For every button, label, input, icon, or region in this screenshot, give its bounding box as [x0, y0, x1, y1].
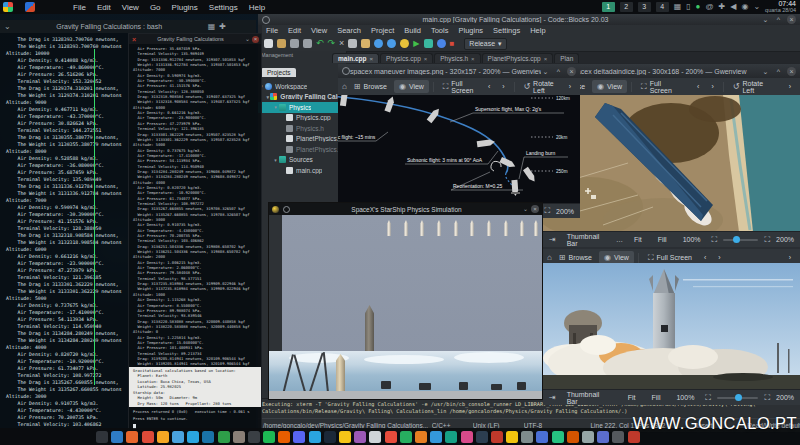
sidebar-toggle-icon[interactable]: ⇥ [549, 393, 556, 402]
maximize-icon[interactable]: ^ [554, 67, 563, 76]
dock-icon[interactable] [339, 431, 351, 443]
messaging-icon[interactable]: @ [705, 2, 713, 12]
menu-item[interactable]: Help [530, 26, 545, 35]
dock-icon[interactable] [309, 431, 321, 443]
view-button[interactable]: ◉View [592, 80, 627, 93]
menu-item[interactable]: Search [337, 26, 361, 35]
maximize-icon[interactable]: ^ [774, 15, 783, 24]
zoom-out-icon[interactable]: ⛶ [712, 235, 718, 245]
stop-icon[interactable]: ■ [450, 39, 455, 48]
next-button[interactable]: › [497, 81, 509, 92]
dock-icon[interactable] [354, 431, 366, 443]
tab-planetphysics-h[interactable]: Plan [554, 53, 579, 63]
build-run-icon[interactable] [424, 39, 433, 48]
gwenview-deitada-window[interactable]: spacex deitadaindice.jpg - 300x168 - 200… [543, 64, 800, 247]
tab-close-icon[interactable]: × [544, 56, 548, 62]
close-icon[interactable]: × [787, 15, 796, 24]
thumbnail-bar-button[interactable]: Thumbnail Bar [562, 389, 617, 407]
previous-button[interactable]: ‹ [692, 81, 704, 92]
zoom-in-icon[interactable]: ⛶ [544, 206, 550, 216]
cut-icon[interactable]: × [339, 39, 344, 48]
terminal-menu-icon[interactable]: ⌄ [4, 22, 11, 32]
dock-icon[interactable] [597, 431, 609, 443]
tab-physics-cpp[interactable]: Physics.cpp× [380, 53, 433, 63]
dock-icon[interactable] [172, 431, 184, 443]
dock-icon[interactable] [202, 431, 214, 443]
tab-projects[interactable]: Projects [261, 68, 296, 77]
menu-item[interactable]: Edit [97, 3, 111, 12]
tree-folder-sources[interactable]: ▾Sources [258, 155, 346, 166]
tab-close-icon[interactable]: × [424, 56, 428, 62]
dock-icon[interactable] [157, 431, 169, 443]
tab-close-icon[interactable]: × [471, 56, 475, 62]
clock[interactable]: 07:44 quarta 28/04 [765, 0, 796, 13]
tree-project[interactable]: ▾Gravity Falling Calculations [258, 92, 346, 103]
tab-close-icon[interactable]: × [370, 56, 374, 62]
tree-file[interactable]: PlanetPhysics.cpp [258, 134, 346, 145]
dock-icon[interactable] [400, 431, 412, 443]
dock-icon[interactable] [233, 431, 245, 443]
save-icon[interactable] [290, 39, 299, 48]
save-all-icon[interactable] [303, 39, 312, 48]
toolbar-overflow-button[interactable]: › [784, 252, 796, 263]
dock-icon[interactable] [385, 431, 397, 443]
tree-file[interactable]: Physics.h [258, 123, 346, 134]
gwenview-titlebar[interactable]: spacex maneuver images.png - 320x157 - 2… [338, 64, 580, 78]
fill-button[interactable]: Fill [647, 392, 666, 403]
tree-file[interactable]: PlanetPhysics.h [258, 144, 346, 155]
fit-button[interactable]: Fit [629, 234, 647, 245]
shade-icon[interactable]: ⌄ [523, 204, 528, 214]
zoom-100-button[interactable]: 100% [671, 392, 699, 403]
menu-item[interactable]: Build [404, 26, 421, 35]
rebuild-icon[interactable] [437, 39, 446, 48]
replace-icon[interactable] [387, 39, 396, 48]
pin-icon[interactable] [342, 67, 350, 75]
home-icon[interactable]: ⌂ [547, 253, 552, 262]
maximize-icon[interactable]: ^ [774, 67, 783, 76]
toolbar-overflow-button[interactable]: › [784, 81, 796, 92]
menu-item[interactable]: Project [371, 26, 394, 35]
close-icon[interactable]: × [531, 205, 539, 213]
minimize-icon[interactable]: ⌄ [761, 15, 770, 24]
pin-icon[interactable] [283, 206, 290, 213]
previous-button[interactable]: ‹ [699, 252, 711, 263]
menu-item[interactable]: Settings [209, 3, 238, 12]
xterm-titlebar[interactable]: × Gravity Falling Calculations ⌄ × [129, 34, 261, 44]
gwenview-maneuver-window[interactable]: spacex maneuver images.png - 320x157 - 2… [338, 64, 580, 218]
network-icon[interactable]: ◉ [741, 2, 748, 12]
dock-icon[interactable] [582, 431, 594, 443]
thumbnail-bar-button[interactable]: Thumbnail Bar [562, 231, 610, 249]
terminal-titlebar[interactable]: ⌄ Gravity Falling Calculations : bash ▦ … [0, 20, 256, 33]
tray-expand-icon[interactable]: ⌄ [753, 2, 760, 12]
redo-icon[interactable]: ↷ [328, 39, 336, 48]
dock-icon[interactable] [218, 431, 230, 443]
dock-icon[interactable] [461, 431, 473, 443]
dock-icon[interactable] [521, 431, 533, 443]
rotate-left-button[interactable]: ↺Rotate Left [518, 78, 561, 96]
gwenview-launch-window[interactable]: ⌂ ⊞Browse ◉View ⛶Full Screen ‹ › › [543, 247, 800, 405]
dock-icon[interactable] [248, 431, 260, 443]
minimize-icon[interactable]: ⌄ [541, 67, 550, 76]
zoom-out-icon[interactable]: ⛶ [705, 393, 711, 403]
shade-icon[interactable]: ⌄ [245, 34, 250, 44]
toolbar-overflow-button[interactable]: › [564, 81, 576, 92]
pin-icon[interactable] [262, 16, 270, 24]
status-dot-icon[interactable]: ● [696, 2, 701, 12]
browse-button[interactable]: ⊞Browse [349, 80, 392, 93]
previous-button[interactable]: ‹ [483, 81, 495, 92]
clipboard-icon[interactable]: ▦ [674, 2, 682, 12]
dock-icon[interactable] [445, 431, 457, 443]
zoom-in-icon[interactable]: ⛶ [764, 235, 770, 245]
dock-icon[interactable] [111, 431, 123, 443]
dock-icon[interactable] [567, 431, 579, 443]
close-icon[interactable]: × [567, 67, 576, 76]
tree-file[interactable]: main.cpp [258, 165, 346, 176]
fullscreen-button[interactable]: ⛶Full Screen [438, 78, 481, 96]
volume-icon[interactable]: ◀ [730, 2, 736, 12]
tree-workspace[interactable]: ▾Workspace [258, 81, 346, 92]
copy-icon[interactable] [348, 39, 357, 48]
dock-icon[interactable] [293, 431, 305, 443]
menu-item[interactable]: File [73, 3, 86, 12]
tab-physics-h[interactable]: Physics.h× [434, 53, 480, 63]
dock-icon[interactable] [415, 431, 427, 443]
